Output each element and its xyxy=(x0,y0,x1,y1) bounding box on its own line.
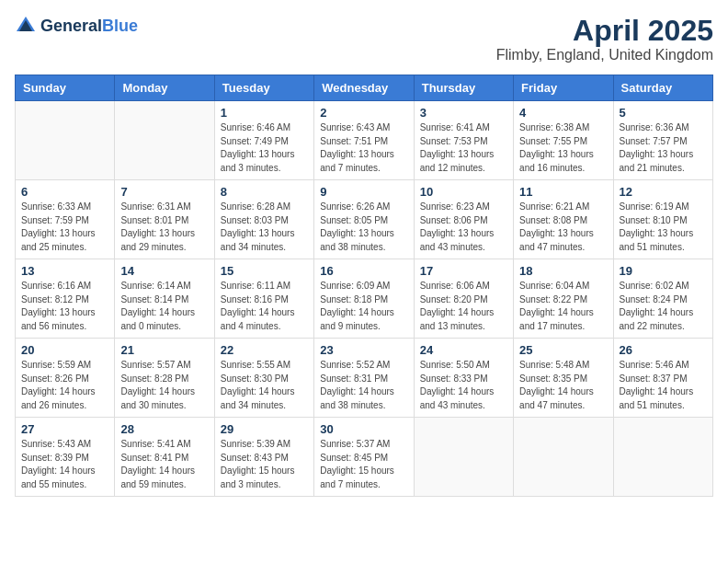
day-number: 6 xyxy=(21,185,108,199)
weekday-header-monday: Monday xyxy=(115,75,214,101)
day-info: Sunrise: 6:21 AM Sunset: 8:08 PM Dayligh… xyxy=(519,201,607,254)
calendar-cell xyxy=(115,101,214,180)
logo-text-blue: Blue xyxy=(102,17,138,35)
calendar-cell: 11Sunrise: 6:21 AM Sunset: 8:08 PM Dayli… xyxy=(514,180,613,259)
day-info: Sunrise: 5:43 AM Sunset: 8:39 PM Dayligh… xyxy=(21,438,108,491)
day-number: 15 xyxy=(221,264,308,278)
day-info: Sunrise: 6:09 AM Sunset: 8:18 PM Dayligh… xyxy=(320,280,407,333)
calendar-week-row: 27Sunrise: 5:43 AM Sunset: 8:39 PM Dayli… xyxy=(16,418,713,497)
calendar-cell: 19Sunrise: 6:02 AM Sunset: 8:24 PM Dayli… xyxy=(613,259,712,339)
calendar-cell: 3Sunrise: 6:41 AM Sunset: 7:53 PM Daylig… xyxy=(414,101,513,180)
day-info: Sunrise: 6:02 AM Sunset: 8:24 PM Dayligh… xyxy=(620,280,707,333)
calendar-subtitle: Flimby, England, United Kingdom xyxy=(496,47,713,63)
weekday-header-friday: Friday xyxy=(514,75,613,101)
day-number: 17 xyxy=(420,264,507,278)
day-number: 20 xyxy=(21,343,108,357)
day-number: 11 xyxy=(519,185,607,199)
day-info: Sunrise: 6:19 AM Sunset: 8:10 PM Dayligh… xyxy=(620,201,707,254)
day-info: Sunrise: 6:16 AM Sunset: 8:12 PM Dayligh… xyxy=(21,280,108,333)
calendar-cell: 10Sunrise: 6:23 AM Sunset: 8:06 PM Dayli… xyxy=(414,180,513,259)
day-info: Sunrise: 6:23 AM Sunset: 8:06 PM Dayligh… xyxy=(420,201,507,254)
day-number: 25 xyxy=(519,343,607,357)
day-info: Sunrise: 5:48 AM Sunset: 8:35 PM Dayligh… xyxy=(519,359,607,412)
weekday-header-wednesday: Wednesday xyxy=(314,75,414,101)
calendar-cell xyxy=(514,418,613,497)
calendar-cell: 29Sunrise: 5:39 AM Sunset: 8:43 PM Dayli… xyxy=(214,418,313,497)
logo-text-general: General xyxy=(40,17,102,35)
weekday-header-tuesday: Tuesday xyxy=(214,75,313,101)
calendar-cell: 7Sunrise: 6:31 AM Sunset: 8:01 PM Daylig… xyxy=(115,180,214,259)
day-number: 4 xyxy=(519,106,607,120)
day-number: 2 xyxy=(320,106,407,120)
calendar-cell: 26Sunrise: 5:46 AM Sunset: 8:37 PM Dayli… xyxy=(613,339,712,418)
day-info: Sunrise: 5:57 AM Sunset: 8:28 PM Dayligh… xyxy=(120,359,208,412)
calendar-cell: 12Sunrise: 6:19 AM Sunset: 8:10 PM Dayli… xyxy=(613,180,712,259)
calendar-cell xyxy=(414,418,513,497)
day-number: 23 xyxy=(320,343,407,357)
day-info: Sunrise: 6:06 AM Sunset: 8:20 PM Dayligh… xyxy=(420,280,507,333)
weekday-header-sunday: Sunday xyxy=(16,75,115,101)
calendar-cell: 8Sunrise: 6:28 AM Sunset: 8:03 PM Daylig… xyxy=(214,180,313,259)
day-info: Sunrise: 6:41 AM Sunset: 7:53 PM Dayligh… xyxy=(420,121,507,175)
calendar-week-row: 1Sunrise: 6:46 AM Sunset: 7:49 PM Daylig… xyxy=(16,101,713,180)
calendar-cell xyxy=(16,101,115,180)
day-number: 24 xyxy=(420,343,507,357)
day-info: Sunrise: 5:55 AM Sunset: 8:30 PM Dayligh… xyxy=(221,359,308,412)
day-info: Sunrise: 6:31 AM Sunset: 8:01 PM Dayligh… xyxy=(120,201,208,254)
calendar-cell: 25Sunrise: 5:48 AM Sunset: 8:35 PM Dayli… xyxy=(514,339,613,418)
calendar-cell: 23Sunrise: 5:52 AM Sunset: 8:31 PM Dayli… xyxy=(314,339,414,418)
day-number: 30 xyxy=(320,422,407,436)
day-info: Sunrise: 6:36 AM Sunset: 7:57 PM Dayligh… xyxy=(620,121,707,175)
calendar-week-row: 20Sunrise: 5:59 AM Sunset: 8:26 PM Dayli… xyxy=(16,339,713,418)
day-info: Sunrise: 5:52 AM Sunset: 8:31 PM Dayligh… xyxy=(320,359,407,412)
calendar-cell: 15Sunrise: 6:11 AM Sunset: 8:16 PM Dayli… xyxy=(214,259,313,339)
day-number: 12 xyxy=(620,185,707,199)
day-number: 10 xyxy=(420,185,507,199)
day-info: Sunrise: 5:46 AM Sunset: 8:37 PM Dayligh… xyxy=(620,359,707,412)
calendar-cell: 16Sunrise: 6:09 AM Sunset: 8:18 PM Dayli… xyxy=(314,259,414,339)
day-info: Sunrise: 6:33 AM Sunset: 7:59 PM Dayligh… xyxy=(21,201,108,254)
day-number: 1 xyxy=(221,106,308,120)
calendar-cell: 6Sunrise: 6:33 AM Sunset: 7:59 PM Daylig… xyxy=(16,180,115,259)
calendar-cell: 22Sunrise: 5:55 AM Sunset: 8:30 PM Dayli… xyxy=(214,339,313,418)
day-number: 19 xyxy=(620,264,707,278)
day-info: Sunrise: 6:43 AM Sunset: 7:51 PM Dayligh… xyxy=(320,121,407,175)
calendar-title: April 2025 xyxy=(496,15,713,47)
calendar-cell: 20Sunrise: 5:59 AM Sunset: 8:26 PM Dayli… xyxy=(16,339,115,418)
day-info: Sunrise: 5:37 AM Sunset: 8:45 PM Dayligh… xyxy=(320,438,407,491)
logo: GeneralBlue xyxy=(15,15,138,37)
day-number: 26 xyxy=(620,343,707,357)
calendar-cell: 9Sunrise: 6:26 AM Sunset: 8:05 PM Daylig… xyxy=(314,180,414,259)
calendar-cell: 14Sunrise: 6:14 AM Sunset: 8:14 PM Dayli… xyxy=(115,259,214,339)
calendar-cell: 30Sunrise: 5:37 AM Sunset: 8:45 PM Dayli… xyxy=(314,418,414,497)
calendar-cell: 13Sunrise: 6:16 AM Sunset: 8:12 PM Dayli… xyxy=(16,259,115,339)
calendar-cell: 1Sunrise: 6:46 AM Sunset: 7:49 PM Daylig… xyxy=(214,101,313,180)
calendar-cell: 24Sunrise: 5:50 AM Sunset: 8:33 PM Dayli… xyxy=(414,339,513,418)
day-info: Sunrise: 6:14 AM Sunset: 8:14 PM Dayligh… xyxy=(120,280,208,333)
calendar-week-row: 13Sunrise: 6:16 AM Sunset: 8:12 PM Dayli… xyxy=(16,259,713,339)
weekday-header-row: SundayMondayTuesdayWednesdayThursdayFrid… xyxy=(16,75,713,101)
day-number: 14 xyxy=(120,264,208,278)
calendar-cell: 28Sunrise: 5:41 AM Sunset: 8:41 PM Dayli… xyxy=(115,418,214,497)
calendar-week-row: 6Sunrise: 6:33 AM Sunset: 7:59 PM Daylig… xyxy=(16,180,713,259)
day-number: 27 xyxy=(21,422,108,436)
day-number: 21 xyxy=(120,343,208,357)
title-block: April 2025 Flimby, England, United Kingd… xyxy=(496,15,713,63)
day-info: Sunrise: 6:28 AM Sunset: 8:03 PM Dayligh… xyxy=(221,201,308,254)
page-header: GeneralBlue April 2025 Flimby, England, … xyxy=(15,15,713,63)
weekday-header-saturday: Saturday xyxy=(613,75,712,101)
calendar-cell: 4Sunrise: 6:38 AM Sunset: 7:55 PM Daylig… xyxy=(514,101,613,180)
day-info: Sunrise: 5:59 AM Sunset: 8:26 PM Dayligh… xyxy=(21,359,108,412)
day-info: Sunrise: 6:11 AM Sunset: 8:16 PM Dayligh… xyxy=(221,280,308,333)
day-number: 13 xyxy=(21,264,108,278)
day-number: 18 xyxy=(519,264,607,278)
calendar-cell: 27Sunrise: 5:43 AM Sunset: 8:39 PM Dayli… xyxy=(16,418,115,497)
day-info: Sunrise: 5:41 AM Sunset: 8:41 PM Dayligh… xyxy=(120,438,208,491)
calendar-cell: 2Sunrise: 6:43 AM Sunset: 7:51 PM Daylig… xyxy=(314,101,414,180)
day-info: Sunrise: 6:46 AM Sunset: 7:49 PM Dayligh… xyxy=(221,121,308,175)
calendar-cell xyxy=(613,418,712,497)
day-number: 3 xyxy=(420,106,507,120)
calendar-cell: 18Sunrise: 6:04 AM Sunset: 8:22 PM Dayli… xyxy=(514,259,613,339)
weekday-header-thursday: Thursday xyxy=(414,75,513,101)
day-info: Sunrise: 6:04 AM Sunset: 8:22 PM Dayligh… xyxy=(519,280,607,333)
